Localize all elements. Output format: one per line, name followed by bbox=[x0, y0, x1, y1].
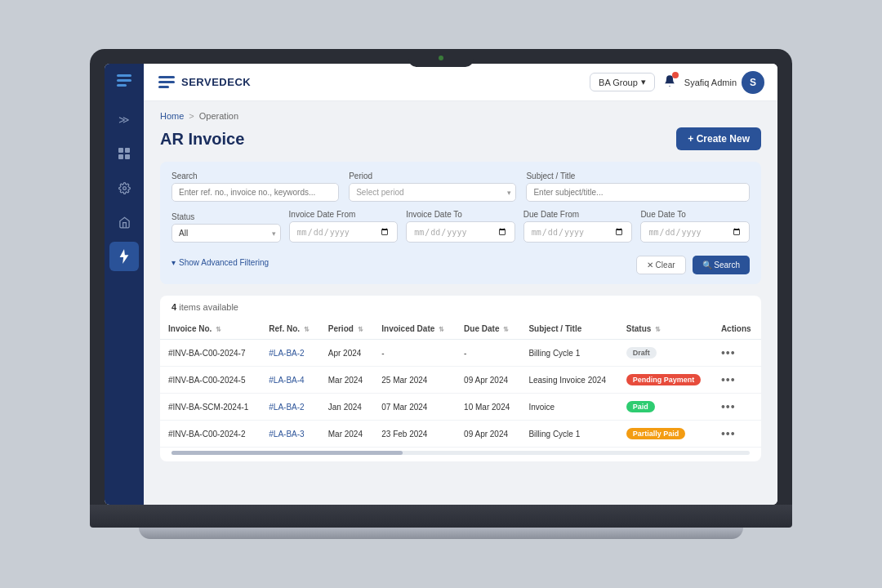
user-info[interactable]: Syafiq Admin S bbox=[684, 71, 764, 94]
laptop-screen: ≫ bbox=[105, 64, 777, 505]
sidebar-expand-icon[interactable]: ≫ bbox=[109, 105, 139, 134]
cell-status: Pending Payment bbox=[618, 367, 713, 394]
svg-rect-4 bbox=[125, 148, 130, 153]
chevron-down-icon: ▾ bbox=[172, 258, 176, 267]
svg-rect-2 bbox=[117, 84, 127, 87]
period-select[interactable]: Select period Apr 2024 Mar 2024 Jan 2024 bbox=[349, 183, 516, 202]
cell-status: Partially Paid bbox=[618, 421, 713, 448]
cell-subject: Invoice bbox=[520, 394, 617, 421]
cell-due-date: - bbox=[456, 340, 520, 367]
breadcrumb-home[interactable]: Home bbox=[160, 111, 184, 121]
filter-status-group: Status All Draft Pending Payment Paid Pa… bbox=[172, 212, 281, 243]
cell-invoice-no: #INV-BA-SCM-2024-1 bbox=[160, 394, 261, 421]
cell-invoiced-date: 07 Mar 2024 bbox=[373, 394, 456, 421]
inv-date-to-label: Invoice Date To bbox=[406, 210, 515, 219]
filter-inv-date-to-group: Invoice Date To bbox=[406, 210, 515, 243]
laptop-base bbox=[90, 505, 792, 528]
invoice-date-to-input[interactable] bbox=[406, 221, 515, 243]
status-label: Status bbox=[172, 212, 281, 221]
col-invoiced-date: Invoiced Date ⇅ bbox=[373, 318, 456, 340]
search-button[interactable]: 🔍 Search bbox=[693, 256, 750, 274]
cell-invoice-no: #INV-BA-C00-2024-7 bbox=[160, 340, 261, 367]
table-row[interactable]: #INV-BA-SCM-2024-1 #LA-BA-2 Jan 2024 07 … bbox=[160, 394, 761, 421]
invoice-date-from-input[interactable] bbox=[289, 221, 399, 243]
due-date-from-input[interactable] bbox=[523, 221, 633, 243]
sidebar-lightning-icon[interactable] bbox=[109, 242, 139, 271]
clear-button[interactable]: ✕ Clear bbox=[636, 256, 686, 274]
cell-period: Apr 2024 bbox=[320, 340, 374, 367]
camera-dot bbox=[439, 56, 443, 60]
table-scrollbar-thumb[interactable] bbox=[172, 451, 403, 455]
cell-subject: Leasing Invoice 2024 bbox=[520, 367, 617, 394]
cell-due-date: 10 Mar 2024 bbox=[456, 394, 520, 421]
filter-inv-date-from-group: Invoice Date From bbox=[289, 210, 399, 243]
cell-ref-no[interactable]: #LA-BA-3 bbox=[261, 421, 319, 448]
subject-input[interactable] bbox=[526, 183, 750, 202]
invoice-table: Invoice No. ⇅ Ref. No. ⇅ Period ⇅ Invoic… bbox=[160, 318, 761, 448]
cell-ref-no[interactable]: #LA-BA-2 bbox=[261, 340, 319, 367]
laptop-foot bbox=[139, 528, 743, 539]
filter-due-date-to-group: Due Date To bbox=[640, 210, 750, 243]
due-date-to-input[interactable] bbox=[640, 221, 750, 243]
inv-date-from-label: Invoice Date From bbox=[289, 210, 399, 219]
cell-subject: Billing Cycle 1 bbox=[520, 340, 617, 367]
advanced-filter-toggle[interactable]: ▾ Show Advanced Filtering bbox=[172, 258, 269, 267]
user-avatar: S bbox=[742, 71, 764, 94]
col-status: Status ⇅ bbox=[618, 318, 713, 340]
filter-search-group: Search bbox=[172, 172, 339, 202]
col-actions: Actions bbox=[713, 318, 761, 340]
cell-actions[interactable]: ••• bbox=[713, 394, 761, 421]
col-due-date: Due Date ⇅ bbox=[456, 318, 520, 340]
servedeck-logo-icon bbox=[157, 73, 176, 92]
table-row[interactable]: #INV-BA-C00-2024-2 #LA-BA-3 Mar 2024 23 … bbox=[160, 421, 761, 448]
search-label: Search bbox=[172, 172, 339, 180]
chevron-down-icon: ▾ bbox=[641, 77, 646, 87]
svg-rect-3 bbox=[118, 148, 123, 153]
status-select[interactable]: All Draft Pending Payment Paid Partially… bbox=[172, 224, 281, 243]
actions-menu-button[interactable]: ••• bbox=[721, 400, 736, 413]
table-row[interactable]: #INV-BA-C00-2024-5 #LA-BA-4 Mar 2024 25 … bbox=[160, 367, 761, 394]
notification-button[interactable] bbox=[663, 74, 676, 91]
filter-row-1: Search Period Select period Apr 2024 bbox=[172, 172, 750, 202]
navbar-logo-text: SERVEDECK bbox=[181, 76, 251, 88]
cell-actions[interactable]: ••• bbox=[713, 367, 761, 394]
cell-actions[interactable]: ••• bbox=[713, 421, 761, 448]
page-header: AR Invoice + Create New bbox=[160, 127, 761, 150]
table-scrollbar[interactable] bbox=[172, 451, 750, 455]
cell-period: Jan 2024 bbox=[320, 394, 374, 421]
page-title: AR Invoice bbox=[160, 130, 244, 149]
actions-menu-button[interactable]: ••• bbox=[721, 346, 736, 359]
create-new-button[interactable]: + Create New bbox=[676, 127, 761, 150]
svg-rect-10 bbox=[158, 81, 175, 83]
svg-rect-0 bbox=[117, 74, 131, 77]
table-summary: 4 items available bbox=[160, 296, 761, 318]
col-invoice-no: Invoice No. ⇅ bbox=[160, 318, 261, 340]
cell-ref-no[interactable]: #LA-BA-4 bbox=[261, 367, 319, 394]
actions-menu-button[interactable]: ••• bbox=[721, 427, 736, 440]
cell-ref-no[interactable]: #LA-BA-2 bbox=[261, 394, 319, 421]
cell-status: Paid bbox=[618, 394, 713, 421]
cell-due-date: 09 Apr 2024 bbox=[456, 421, 520, 448]
table-count: 4 bbox=[172, 302, 176, 312]
notification-badge bbox=[672, 72, 679, 78]
cell-due-date: 09 Apr 2024 bbox=[456, 367, 520, 394]
cell-actions[interactable]: ••• bbox=[713, 340, 761, 367]
cell-invoice-no: #INV-BA-C00-2024-5 bbox=[160, 367, 261, 394]
ba-group-button[interactable]: BA Group ▾ bbox=[590, 73, 655, 91]
cell-subject: Billing Cycle 1 bbox=[520, 421, 617, 448]
filter-due-date-from-group: Due Date From bbox=[523, 210, 633, 243]
sidebar-building-icon[interactable] bbox=[109, 207, 139, 237]
svg-marker-8 bbox=[120, 249, 129, 264]
svg-rect-9 bbox=[158, 76, 175, 78]
search-input[interactable] bbox=[172, 183, 339, 202]
col-ref-no: Ref. No. ⇅ bbox=[261, 318, 319, 340]
table-section: 4 items available Invoice No. ⇅ Ref. No.… bbox=[160, 296, 761, 461]
svg-point-7 bbox=[122, 186, 126, 189]
due-date-to-label: Due Date To bbox=[640, 210, 750, 219]
actions-menu-button[interactable]: ••• bbox=[721, 373, 736, 386]
sidebar-settings-icon[interactable] bbox=[109, 173, 139, 203]
table-row[interactable]: #INV-BA-C00-2024-7 #LA-BA-2 Apr 2024 - -… bbox=[160, 340, 761, 367]
main-content: SERVEDECK BA Group ▾ bbox=[144, 64, 777, 505]
filter-subject-group: Subject / Title bbox=[526, 172, 750, 202]
sidebar-grid-icon[interactable] bbox=[109, 139, 139, 168]
